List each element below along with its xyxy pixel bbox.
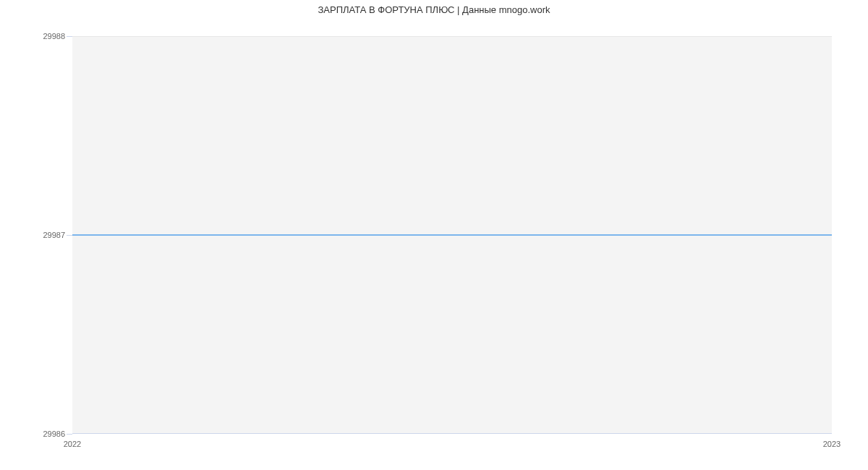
chart-title: ЗАРПЛАТА В ФОРТУНА ПЛЮС | Данные mnogo.w…	[0, 4, 868, 15]
y-tick-mark	[67, 36, 72, 37]
y-tick-mark	[67, 434, 72, 435]
x-tick-label: 2022	[58, 440, 87, 448]
y-tick-label: 29988	[29, 32, 65, 40]
data-series-line	[72, 234, 832, 236]
y-tick-mark	[67, 235, 72, 236]
x-tick-label: 2023	[817, 440, 846, 448]
gridline	[72, 36, 832, 37]
y-tick-label: 29986	[29, 430, 65, 438]
y-tick-label: 29987	[29, 231, 65, 239]
plot-area	[72, 36, 832, 434]
chart-container: ЗАРПЛАТА В ФОРТУНА ПЛЮС | Данные mnogo.w…	[0, 0, 868, 470]
